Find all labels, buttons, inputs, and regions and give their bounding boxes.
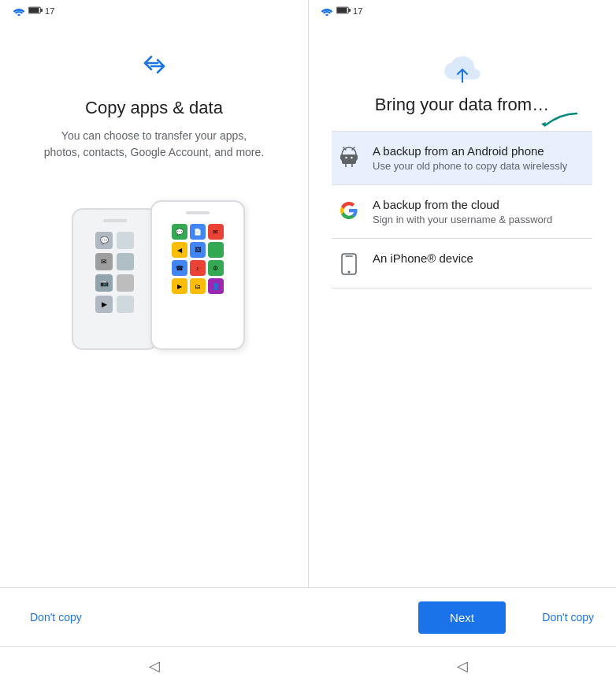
svg-rect-3: [41, 9, 43, 12]
cloud-backup-title: A backup from the cloud: [373, 198, 586, 211]
android-icon: [338, 146, 360, 168]
svg-rect-2: [29, 8, 39, 13]
selection-arrow-icon: [537, 110, 584, 133]
svg-rect-6: [337, 8, 347, 13]
option-cloud-backup[interactable]: A backup from the cloud Sign in with you…: [332, 185, 592, 239]
next-button[interactable]: Next: [418, 601, 506, 634]
back-button-right[interactable]: ◁: [441, 651, 484, 681]
bottom-navigation: ◁ ◁: [0, 646, 616, 685]
wifi-icon: [13, 6, 25, 16]
iphone-icon: [338, 253, 360, 275]
left-title: Copy apps & data: [85, 98, 223, 118]
option-list: A backup from an Android phone Use your …: [332, 131, 592, 289]
option-android-backup[interactable]: A backup from an Android phone Use your …: [332, 132, 592, 185]
svg-point-21: [348, 271, 351, 274]
status-bar-left: 17: [13, 5, 54, 17]
cloud-backup-text: A backup from the cloud Sign in with you…: [373, 198, 586, 225]
svg-point-14: [351, 157, 352, 158]
left-action-bar: Don't copy: [0, 587, 308, 646]
svg-point-13: [345, 157, 347, 158]
google-icon: [338, 199, 360, 222]
wifi-icon-right: [321, 6, 333, 16]
right-panel: Bring your data from…: [308, 22, 616, 646]
left-subtitle: You can choose to transfer your apps, ph…: [44, 128, 265, 161]
cloud-backup-subtitle: Sign in with your username & password: [373, 214, 586, 225]
transfer-icon: [135, 54, 173, 82]
svg-point-0: [17, 14, 20, 16]
right-dont-copy-wrapper: Don't copy: [536, 587, 600, 646]
android-backup-text: A backup from an Android phone Use your …: [373, 144, 586, 172]
phone-illustration: 💬 ✉ 📷 ▶ 💬 📄 ✉ ◀ 🖼 ☎ ♪ ⚙ ▶: [64, 200, 245, 358]
battery-icon-right: [336, 6, 351, 14]
old-phone: 💬 ✉ 📷 ▶: [72, 208, 158, 350]
svg-point-4: [325, 14, 328, 16]
svg-rect-12: [342, 154, 356, 164]
left-panel: Copy apps & data You can choose to trans…: [0, 22, 308, 646]
dont-copy-right-button[interactable]: Don't copy: [536, 605, 600, 630]
iphone-title: An iPhone® device: [373, 251, 586, 265]
dont-copy-left-button[interactable]: Don't copy: [24, 605, 88, 630]
battery-right: 17: [336, 6, 362, 16]
option-iphone[interactable]: An iPhone® device: [332, 239, 592, 289]
battery-left: 17: [28, 6, 54, 16]
iphone-text: An iPhone® device: [373, 251, 586, 267]
android-backup-title: A backup from an Android phone: [373, 144, 586, 158]
status-bar-right-section: 17: [321, 5, 362, 17]
svg-rect-7: [349, 9, 351, 12]
status-bar-right: 17: [308, 0, 616, 22]
android-backup-subtitle: Use your old phone to copy data wireless…: [373, 160, 586, 172]
new-phone: 💬 📄 ✉ ◀ 🖼 ☎ ♪ ⚙ ▶ 🗂 👤: [150, 200, 245, 350]
back-button-left[interactable]: ◁: [133, 651, 176, 681]
cloud-upload-icon: [442, 54, 483, 85]
battery-icon-left: [28, 6, 43, 14]
status-bar: 17: [0, 0, 308, 22]
